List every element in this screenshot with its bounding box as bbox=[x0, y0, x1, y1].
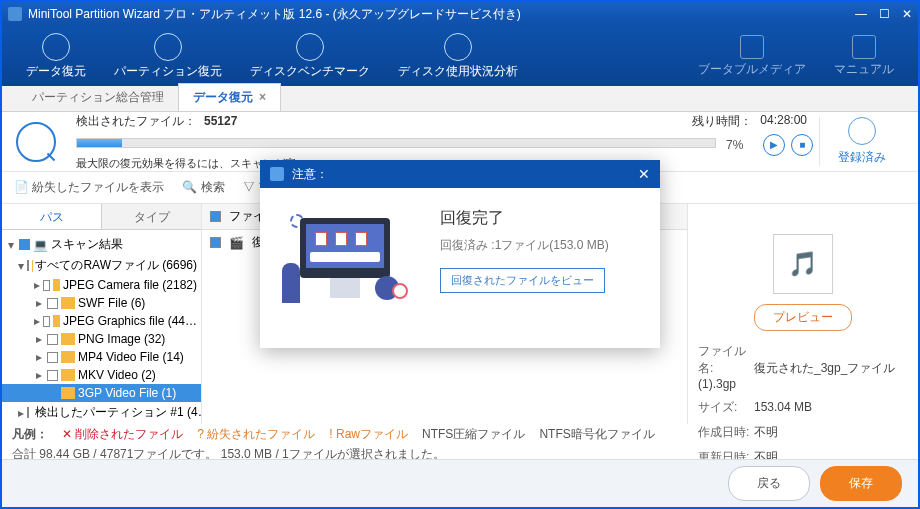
meta-created: 作成日時:不明 bbox=[698, 420, 908, 445]
left-tab-type[interactable]: タイプ bbox=[102, 204, 201, 229]
titlebar: MiniTool Partition Wizard プロ・アルティメット版 12… bbox=[2, 2, 918, 26]
ribbon-disk-benchmark[interactable]: ディスクベンチマーク bbox=[236, 33, 384, 80]
user-icon bbox=[848, 117, 876, 145]
modal-icon bbox=[270, 167, 284, 181]
tab-bar: パーティション総合管理 データ復元× bbox=[2, 86, 918, 112]
tab-data-recovery[interactable]: データ復元× bbox=[178, 83, 281, 111]
meta-filename: ファイル名:復元された_3gp_ファイル(1).3gp bbox=[698, 339, 908, 395]
modal-subtext: 回復済み :1ファイル(153.0 MB) bbox=[440, 237, 640, 254]
preview-button[interactable]: プレビュー bbox=[754, 304, 852, 331]
ribbon-disk-usage[interactable]: ディスク使用状況分析 bbox=[384, 33, 532, 80]
modal-heading: 回復完了 bbox=[440, 208, 640, 229]
ribbon-bootable-media[interactable]: ブータブルメディア bbox=[684, 35, 820, 78]
tree-item[interactable]: ▸JPEG Camera file (2182) bbox=[2, 276, 201, 294]
view-recovered-button[interactable]: 回復されたファイルをビュー bbox=[440, 268, 605, 293]
search-action[interactable]: 🔍 検索 bbox=[182, 179, 224, 196]
tree-item[interactable]: ▸MKV Video (2) bbox=[2, 366, 201, 384]
footer: 戻る 保存 bbox=[2, 459, 918, 507]
tree-partition-1[interactable]: ▸検出したパーティション #1 (4… bbox=[2, 402, 201, 423]
search-icon[interactable] bbox=[16, 122, 56, 162]
progress-percent: 7% bbox=[726, 138, 743, 152]
preview-thumbnail: 🎵 bbox=[773, 234, 833, 294]
tree-partition-2[interactable]: ▸検出したパーティション #2 (16) bbox=[2, 423, 201, 424]
close-button[interactable]: ✕ bbox=[902, 7, 912, 21]
tree-item[interactable]: ▸SWF File (6) bbox=[2, 294, 201, 312]
tree-item-selected[interactable]: 3GP Video File (1) bbox=[2, 384, 201, 402]
tree-item[interactable]: ▸JPEG Graphics file (44… bbox=[2, 312, 201, 330]
registered-status[interactable]: 登録済み bbox=[819, 117, 904, 166]
modal-titlebar: 注意： ✕ bbox=[260, 160, 660, 188]
close-tab-icon[interactable]: × bbox=[259, 90, 266, 104]
meta-size: サイズ:153.04 MB bbox=[698, 395, 908, 420]
show-lost-files[interactable]: 📄 紛失したファイルを表示 bbox=[14, 179, 164, 196]
modal-close-button[interactable]: ✕ bbox=[638, 166, 650, 182]
tree-root[interactable]: ▾💻スキャン結果 bbox=[2, 234, 201, 255]
left-panel: パス タイプ ▾💻スキャン結果 ▾すべてのRAWファイル (6696) ▸JPE… bbox=[2, 204, 202, 424]
time-label: 残り時間： bbox=[692, 113, 752, 130]
tree-item[interactable]: ▸MP4 Video File (14) bbox=[2, 348, 201, 366]
time-value: 04:28:00 bbox=[760, 113, 807, 130]
tree-item[interactable]: ▸PNG Image (32) bbox=[2, 330, 201, 348]
window-title: MiniTool Partition Wizard プロ・アルティメット版 12… bbox=[28, 6, 855, 23]
progress-bar bbox=[76, 138, 716, 148]
file-tree[interactable]: ▾💻スキャン結果 ▾すべてのRAWファイル (6696) ▸JPEG Camer… bbox=[2, 230, 201, 424]
tab-partition-management[interactable]: パーティション総合管理 bbox=[18, 84, 178, 111]
left-tab-path[interactable]: パス bbox=[2, 204, 102, 229]
preview-panel: 🎵 プレビュー ファイル名:復元された_3gp_ファイル(1).3gp サイズ:… bbox=[688, 204, 918, 424]
save-button[interactable]: 保存 bbox=[820, 466, 902, 501]
maximize-button[interactable]: ☐ bbox=[879, 7, 890, 21]
ribbon-manual[interactable]: マニュアル bbox=[820, 35, 908, 78]
ribbon-data-recovery[interactable]: データ復元 bbox=[12, 33, 100, 80]
minimize-button[interactable]: — bbox=[855, 7, 867, 21]
row-checkbox[interactable] bbox=[210, 237, 221, 248]
tree-raw-files[interactable]: ▾すべてのRAWファイル (6696) bbox=[2, 255, 201, 276]
play-button[interactable]: ▶ bbox=[763, 134, 785, 156]
modal-illustration bbox=[280, 208, 420, 328]
stop-button[interactable]: ■ bbox=[791, 134, 813, 156]
modal-title: 注意： bbox=[292, 166, 328, 183]
back-button[interactable]: 戻る bbox=[728, 466, 810, 501]
app-icon bbox=[8, 7, 22, 21]
select-all-checkbox[interactable] bbox=[210, 211, 221, 222]
ribbon-partition-recovery[interactable]: パーティション復元 bbox=[100, 33, 236, 80]
detected-count: 55127 bbox=[204, 114, 237, 128]
detected-label: 検出されたファイル： bbox=[76, 113, 196, 130]
ribbon: データ復元 パーティション復元 ディスクベンチマーク ディスク使用状況分析 ブー… bbox=[2, 26, 918, 86]
modal-dialog: 注意： ✕ 回復完了 回復済み :1ファイル(153.0 MB) 回復されたファ… bbox=[260, 160, 660, 348]
